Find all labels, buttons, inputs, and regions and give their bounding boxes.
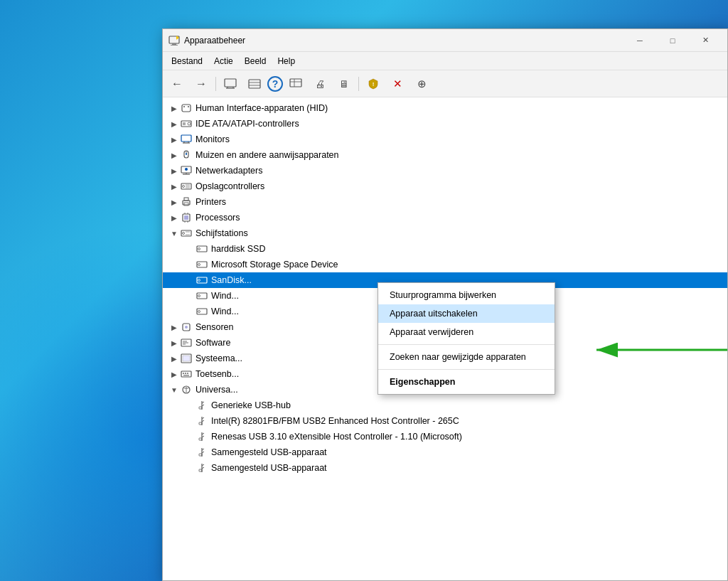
win2-icon <box>196 306 208 317</box>
tree-item-mice[interactable]: ▶ Muizen en andere aanwijsapparaten <box>163 147 727 163</box>
svg-rect-21 <box>181 135 191 142</box>
win1-icon <box>196 290 208 302</box>
svg-rect-4 <box>225 79 236 87</box>
svg-rect-50 <box>197 246 207 252</box>
content-area: ▶ Human Interface-apparaten (HID) ▶ IDE … <box>163 97 727 580</box>
tree-item-hid[interactable]: ▶ Human Interface-apparaten (HID) <box>163 100 727 116</box>
ctx-properties[interactable]: Eigenschappen <box>378 373 555 391</box>
view-resources-button[interactable] <box>284 74 307 94</box>
tree-item-intel-usb[interactable]: ▶ Intel(R) 82801FB/FBM USB2 Enhanced Hos… <box>163 413 727 429</box>
ctx-disable[interactable]: Apparaat uitschakelen <box>378 304 555 323</box>
svg-rect-1 <box>172 43 176 45</box>
svg-point-59 <box>198 311 200 313</box>
tree-item-schijf[interactable]: ▼ Schijfstations <box>163 225 727 241</box>
monitor-button[interactable]: 🖥 <box>333 74 355 94</box>
view-computer-button[interactable] <box>219 74 242 94</box>
software-icon <box>180 337 193 348</box>
title-bar-controls: ─ □ ✕ <box>623 29 722 52</box>
expand-systeem[interactable]: ▶ <box>168 353 180 364</box>
sandisk-icon <box>196 274 208 286</box>
hid-icon <box>180 102 193 114</box>
tree-item-samen-usb2[interactable]: ▶ Samengesteld USB-apparaat <box>163 460 727 476</box>
svg-rect-11 <box>290 79 301 87</box>
tree-item-printers[interactable]: ▶ Printers <box>163 194 727 210</box>
tree-item-monitors[interactable]: ▶ Monitors <box>163 132 727 147</box>
samen-usb2-label: Samengesteld USB-apparaat <box>211 463 727 473</box>
expand-hid[interactable]: ▶ <box>168 102 180 114</box>
menu-actie[interactable]: Actie <box>208 53 239 69</box>
svg-rect-79 <box>199 407 202 409</box>
tree-item-gen-usb[interactable]: ▶ Generieke USB-hub <box>163 398 727 413</box>
expand-processors[interactable]: ▶ <box>168 212 180 223</box>
svg-rect-38 <box>184 198 188 201</box>
svg-point-61 <box>185 326 188 329</box>
help-button[interactable]: ? <box>267 76 283 92</box>
tree-item-network[interactable]: ▶ Netwerkadapters <box>163 163 727 178</box>
ctx-separator-2 <box>378 369 555 370</box>
usb4-icon <box>196 431 208 442</box>
back-button[interactable]: ← <box>166 74 188 94</box>
svg-point-16 <box>183 106 185 107</box>
usb-icon <box>180 384 193 395</box>
svg-rect-68 <box>181 371 191 377</box>
tree-item-ide[interactable]: ▶ IDE ATA/ATAPI-controllers <box>163 116 727 132</box>
expand-universal[interactable]: ▼ <box>168 384 180 395</box>
svg-point-47 <box>183 233 185 235</box>
svg-point-53 <box>198 264 200 266</box>
svg-rect-46 <box>181 230 191 236</box>
svg-point-17 <box>188 106 189 107</box>
print-button[interactable]: 🖨 <box>309 74 331 94</box>
tree-item-renesas-usb[interactable]: ▶ Renesas USB 3.10 eXtensible Host Contr… <box>163 429 727 444</box>
scan-button[interactable]: ⊕ <box>410 74 433 94</box>
svg-rect-41 <box>184 215 188 220</box>
ctx-update[interactable]: Stuurprogramma bijwerken <box>378 286 555 304</box>
tree-item-processors[interactable]: ▶ Processors <box>163 210 727 225</box>
svg-rect-2 <box>171 45 178 46</box>
msstorage-icon <box>196 259 208 270</box>
svg-rect-91 <box>199 454 202 456</box>
menu-bestand[interactable]: Bestand <box>166 53 208 69</box>
expand-sensoren[interactable]: ▶ <box>168 321 180 333</box>
ctx-remove[interactable]: Apparaat verwijderen <box>378 323 555 341</box>
remove-button[interactable]: ✕ <box>386 74 409 94</box>
expand-network[interactable]: ▶ <box>168 165 180 176</box>
expand-mice[interactable]: ▶ <box>168 149 180 161</box>
menu-help[interactable]: Help <box>272 53 301 69</box>
close-button[interactable]: ✕ <box>689 29 722 52</box>
tree-item-storage[interactable]: ▶ Opslagcontrollers <box>163 178 727 194</box>
intel-usb-label: Intel(R) 82801FB/FBM USB2 Enhanced Host … <box>211 416 727 426</box>
menu-beeld[interactable]: Beeld <box>239 53 272 69</box>
samen-usb-label: Samengesteld USB-apparaat <box>211 447 727 457</box>
title-bar-text: Apparaatbeheer <box>184 36 623 46</box>
menu-bar: Bestand Actie Beeld Help <box>163 52 727 70</box>
tree-item-msstorage[interactable]: ▶ Microsoft Storage Space Device <box>163 257 727 272</box>
minimize-button[interactable]: ─ <box>623 29 656 52</box>
tree-item-harddisk[interactable]: ▶ harddisk SSD <box>163 241 727 257</box>
harddisk-label: harddisk SSD <box>211 244 727 254</box>
keyboard-icon <box>180 368 193 380</box>
expand-monitors[interactable]: ▶ <box>168 134 180 145</box>
monitors-label: Monitors <box>196 134 727 144</box>
forward-button[interactable]: → <box>190 74 213 94</box>
maximize-button[interactable]: □ <box>656 29 689 52</box>
expand-software[interactable]: ▶ <box>168 337 180 348</box>
shield-button[interactable]: ! <box>362 74 385 94</box>
msstorage-label: Microsoft Storage Space Device <box>211 260 727 270</box>
gen-usb-label: Generieke USB-hub <box>211 400 727 410</box>
usb5-icon <box>196 447 208 458</box>
expand-ide[interactable]: ▶ <box>168 118 180 129</box>
processors-label: Processors <box>196 213 727 223</box>
renesas-usb-label: Renesas USB 3.10 eXtensible Host Control… <box>211 432 727 442</box>
printer-icon <box>180 196 193 208</box>
expand-printers[interactable]: ▶ <box>168 196 180 208</box>
svg-rect-52 <box>197 262 207 267</box>
mice-label: Muizen en andere aanwijsapparaten <box>196 150 727 160</box>
expand-toetsen[interactable]: ▶ <box>168 368 180 380</box>
ctx-scan[interactable]: Zoeken naar gewijzigde apparaten <box>378 348 555 366</box>
view-list-button[interactable] <box>243 74 266 94</box>
expand-storage[interactable]: ▶ <box>168 181 180 192</box>
svg-rect-56 <box>197 293 207 299</box>
tree-item-samen-usb[interactable]: ▶ Samengesteld USB-apparaat <box>163 444 727 460</box>
svg-text:!: ! <box>373 81 375 87</box>
expand-schijf[interactable]: ▼ <box>168 228 180 239</box>
